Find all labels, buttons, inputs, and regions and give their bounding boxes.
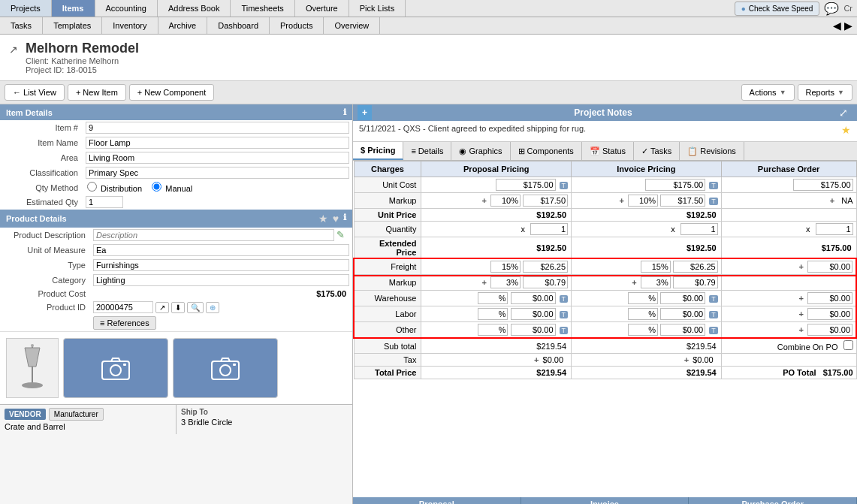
invoice-other-val[interactable]: [660, 324, 705, 336]
scroll-right-icon[interactable]: ▶: [843, 20, 854, 32]
new-component-button[interactable]: + New Component: [129, 84, 214, 101]
product-download-button[interactable]: ⬇: [171, 302, 185, 313]
proposal-labor-val[interactable]: [511, 308, 556, 320]
invoice-freight-pct[interactable]: [641, 261, 671, 273]
proposal-warehouse-t[interactable]: T: [560, 295, 569, 303]
nav-overview[interactable]: Overview: [324, 17, 380, 34]
po-other-val[interactable]: [807, 324, 852, 336]
proposal-markup-val[interactable]: [523, 195, 568, 207]
po-freight-val[interactable]: [807, 261, 852, 273]
list-view-button[interactable]: ← List View: [5, 84, 65, 101]
product-add-button[interactable]: ⊕: [206, 302, 219, 313]
invoice-labor-pct[interactable]: [628, 308, 658, 320]
po-warehouse-val[interactable]: [807, 292, 852, 304]
nav-products[interactable]: Products: [270, 17, 324, 34]
nav-pick-lists[interactable]: Pick Lists: [349, 0, 406, 17]
proposal-freight-pct[interactable]: [490, 261, 521, 273]
camera-placeholder-2[interactable]: [173, 338, 278, 398]
po-quantity[interactable]: [816, 223, 853, 235]
invoice-labor-val[interactable]: [660, 308, 705, 320]
references-button[interactable]: ≡ References: [93, 316, 156, 330]
proposal-other-val[interactable]: [511, 324, 556, 336]
qty-distribution-label[interactable]: Distribution: [86, 184, 144, 193]
nav-inventory[interactable]: Inventory: [102, 17, 158, 34]
proposal-unit-cost[interactable]: [496, 179, 556, 191]
nav-timesheets[interactable]: Timesheets: [231, 0, 294, 17]
item-name-input[interactable]: [86, 137, 349, 149]
po-freight-plus[interactable]: +: [799, 262, 804, 271]
description-input[interactable]: [93, 229, 334, 241]
invoice-markup-plus[interactable]: +: [620, 196, 624, 205]
nav-accounting[interactable]: Accounting: [95, 0, 158, 17]
heart-button[interactable]: ♥: [333, 213, 339, 225]
po-labor-plus[interactable]: +: [799, 309, 804, 318]
category-input[interactable]: [93, 274, 349, 286]
new-item-button[interactable]: + New Item: [68, 84, 126, 101]
classification-input[interactable]: [86, 167, 349, 179]
tab-components[interactable]: ⊞ Components: [511, 142, 582, 160]
invoice-warehouse-pct[interactable]: [628, 292, 658, 304]
nav-tasks[interactable]: Tasks: [0, 17, 43, 34]
external-link-icon[interactable]: ↗: [9, 44, 18, 56]
invoice-markup-val[interactable]: [660, 195, 705, 207]
item-details-info-icon[interactable]: ℹ: [343, 107, 346, 117]
tab-pricing[interactable]: $ Pricing: [353, 142, 403, 160]
qty-manual-label[interactable]: Manual: [150, 184, 192, 193]
invoice-warehouse-t[interactable]: T: [709, 295, 718, 303]
invoice-quantity[interactable]: [680, 223, 718, 235]
qty-manual-radio[interactable]: [152, 182, 161, 192]
invoice-freight-val[interactable]: [673, 261, 718, 273]
po-other-plus[interactable]: +: [799, 325, 804, 334]
tab-graphics[interactable]: ◉ Graphics: [451, 142, 510, 160]
nav-overture[interactable]: Overture: [295, 0, 349, 17]
combine-on-po-checkbox[interactable]: [843, 340, 853, 350]
notification-icon[interactable]: 💬: [824, 2, 839, 16]
reports-button[interactable]: Reports ▼: [798, 84, 852, 101]
product-search-button[interactable]: 🔍: [187, 302, 204, 313]
invoice-unit-cost[interactable]: [645, 179, 705, 191]
notes-collapse-button[interactable]: ⤢: [834, 104, 852, 121]
invoice-warehouse-val[interactable]: [660, 292, 705, 304]
proposal-fmarkup-pct[interactable]: [490, 276, 521, 288]
camera-placeholder-1[interactable]: [63, 338, 168, 398]
proposal-quantity[interactable]: [530, 223, 568, 235]
invoice-markup-t[interactable]: T: [709, 198, 718, 205]
nav-dashboard[interactable]: Dashboard: [207, 17, 270, 34]
scroll-left-icon[interactable]: ◀: [831, 20, 843, 32]
proposal-other-t[interactable]: T: [560, 327, 569, 334]
product-id-input[interactable]: [93, 301, 153, 313]
tab-tasks[interactable]: ✓ Tasks: [634, 142, 680, 160]
invoice-unit-cost-t[interactable]: T: [709, 182, 718, 189]
item-num-input[interactable]: [86, 122, 349, 134]
product-info-icon[interactable]: ℹ: [343, 213, 346, 225]
nav-items[interactable]: Items: [52, 0, 95, 17]
qty-distribution-radio[interactable]: [87, 182, 97, 192]
tab-revisions[interactable]: 📋 Revisions: [680, 142, 744, 160]
product-link-button[interactable]: ↗: [155, 302, 169, 313]
invoice-markup-pct[interactable]: [628, 195, 658, 207]
proposal-tax-plus[interactable]: +: [534, 355, 539, 364]
po-unit-cost[interactable]: [793, 179, 853, 191]
type-input[interactable]: [93, 259, 349, 271]
po-markup-plus[interactable]: +: [830, 196, 834, 205]
nav-templates[interactable]: Templates: [43, 17, 102, 34]
proposal-labor-pct[interactable]: [478, 308, 508, 320]
notes-expand-button[interactable]: +: [358, 105, 372, 120]
nav-projects[interactable]: Projects: [0, 0, 52, 17]
uom-input[interactable]: [93, 244, 349, 256]
estimated-qty-input[interactable]: [86, 196, 123, 208]
notes-star-button[interactable]: ★: [841, 124, 851, 136]
area-input[interactable]: [86, 152, 349, 164]
nav-address-book[interactable]: Address Book: [158, 0, 231, 17]
proposal-fmarkup-plus[interactable]: +: [482, 278, 487, 287]
check-save-button[interactable]: Check Save Speed: [735, 2, 820, 16]
po-warehouse-plus[interactable]: +: [799, 294, 804, 303]
edit-desc-icon[interactable]: ✎: [336, 229, 345, 240]
invoice-fmarkup-val[interactable]: [673, 276, 718, 288]
proposal-markup-plus[interactable]: +: [482, 196, 487, 205]
invoice-fmarkup-pct[interactable]: [641, 276, 671, 288]
invoice-labor-t[interactable]: T: [709, 311, 718, 318]
vendor-tab[interactable]: VENDOR: [5, 409, 46, 420]
invoice-other-t[interactable]: T: [709, 327, 718, 334]
tab-status[interactable]: 📅 Status: [582, 142, 634, 160]
